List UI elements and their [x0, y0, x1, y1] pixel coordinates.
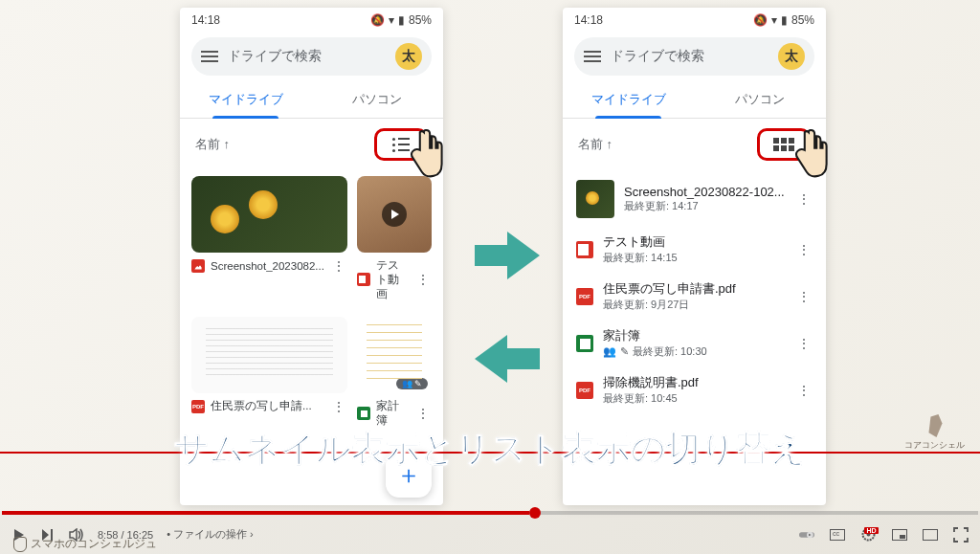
sort-label[interactable]: 名前 ↑: [578, 136, 612, 153]
file-subtitle: 最終更新: 14:15: [603, 251, 786, 265]
drive-tabs: マイドライブ パソコン: [563, 81, 826, 119]
shared-badge: 👥✎: [396, 378, 428, 389]
more-icon[interactable]: ⋮: [330, 399, 347, 414]
view-toggle-grid[interactable]: [757, 128, 811, 161]
file-title: Screenshot_2023082...: [211, 259, 324, 274]
tab-my-drive[interactable]: マイドライブ: [180, 81, 312, 118]
more-icon[interactable]: ⋮: [414, 406, 432, 421]
more-icon[interactable]: ⋮: [795, 242, 813, 257]
search-placeholder: ドライブで検索: [611, 48, 768, 65]
grid-icon: [773, 138, 794, 151]
file-subtitle: 👥✎最終更新: 10:30: [603, 344, 786, 359]
channel-watermark: スマホのコンシェルジュ: [13, 536, 157, 552]
account-avatar[interactable]: 太: [778, 43, 805, 70]
thumbnail-image: [191, 176, 347, 253]
drive-tabs: マイドライブ パソコン: [180, 81, 443, 119]
video-file-icon: [576, 241, 593, 258]
more-icon[interactable]: ⋮: [795, 289, 813, 304]
file-title: 住民票の写し申請...: [211, 399, 324, 413]
grid-card[interactable]: テスト動画 ⋮: [357, 176, 432, 307]
wifi-icon: ▾: [771, 13, 777, 27]
shield-icon: [13, 537, 27, 552]
fullscreen-button[interactable]: [953, 527, 969, 543]
status-time: 14:18: [191, 13, 220, 27]
list-row[interactable]: PDF 住民票の写し申請書.pdf 最終更新: 9月27日 ⋮: [576, 273, 813, 320]
battery-percent: 85%: [409, 13, 432, 27]
thumbnail-spreadsheet: 👥✎: [357, 317, 432, 393]
account-avatar[interactable]: 太: [395, 43, 422, 70]
grid-card[interactable]: PDF 住民票の写し申請... ⋮: [191, 317, 347, 433]
status-bar: 14:18 🔕 ▾ ▮ 85%: [563, 8, 826, 32]
list-row[interactable]: Screenshot_20230822-102... 最終更新: 14:17 ⋮: [576, 172, 813, 226]
list-row[interactable]: テスト動画 最終更新: 14:15 ⋮: [576, 226, 813, 273]
search-placeholder: ドライブで検索: [228, 48, 386, 65]
miniplayer-button[interactable]: [892, 527, 907, 543]
theater-button[interactable]: [923, 527, 938, 543]
search-bar[interactable]: ドライブで検索 太: [574, 37, 814, 76]
slide-caption: サムネイル表示とリスト表示の切り替え: [0, 426, 980, 473]
more-icon[interactable]: ⋮: [795, 191, 813, 207]
play-icon: [382, 202, 407, 227]
thumbnail-video: [357, 176, 432, 253]
file-title: 住民票の写し申請書.pdf: [603, 280, 786, 298]
bell-slash-icon: 🔕: [370, 13, 385, 27]
file-grid: Screenshot_2023082... ⋮ テスト動画 ⋮ PDF 住民票の…: [180, 170, 443, 439]
settings-button[interactable]: HD: [860, 526, 877, 543]
file-subtitle: 最終更新: 9月27日: [603, 298, 786, 312]
spreadsheet-file-icon: [357, 407, 370, 420]
more-icon[interactable]: ⋮: [795, 336, 813, 351]
file-title: テスト動画: [376, 258, 409, 301]
tab-computer[interactable]: パソコン: [312, 81, 444, 118]
status-bar: 14:18 🔕 ▾ ▮ 85%: [180, 8, 443, 32]
progress-handle[interactable]: [529, 507, 541, 519]
file-list: Screenshot_20230822-102... 最終更新: 14:17 ⋮…: [563, 170, 826, 415]
file-subtitle: 最終更新: 14:17: [624, 199, 786, 213]
thumbnail-document: [191, 317, 347, 393]
view-toggle-list[interactable]: [374, 128, 428, 161]
sort-label[interactable]: 名前 ↑: [195, 136, 230, 153]
battery-icon: ▮: [398, 13, 405, 27]
list-icon: [392, 138, 410, 152]
file-subtitle: 最終更新: 10:45: [603, 391, 786, 406]
spreadsheet-file-icon: [576, 335, 593, 352]
pdf-file-icon: PDF: [576, 382, 593, 399]
progress-fill: [2, 511, 529, 515]
captions-button[interactable]: cc: [830, 527, 845, 543]
thumbnail-image: [576, 180, 614, 218]
progress-bar[interactable]: [2, 511, 978, 515]
status-time: 14:18: [574, 13, 603, 27]
image-file-icon: [191, 259, 205, 273]
file-title: 家計簿: [603, 327, 786, 344]
wifi-icon: ▾: [389, 13, 394, 27]
tab-computer[interactable]: パソコン: [695, 81, 827, 118]
battery-icon: ▮: [781, 13, 788, 27]
bell-slash-icon: 🔕: [753, 13, 768, 27]
more-icon[interactable]: ⋮: [330, 258, 347, 274]
video-file-icon: [357, 273, 370, 286]
menu-icon[interactable]: [584, 51, 601, 62]
file-title: 家計簿: [376, 399, 409, 428]
file-title: 掃除機説明書.pdf: [603, 374, 786, 391]
list-row[interactable]: PDF 掃除機説明書.pdf 最終更新: 10:45 ⋮: [576, 366, 813, 413]
menu-icon[interactable]: [201, 51, 218, 62]
search-bar[interactable]: ドライブで検索 太: [191, 37, 432, 76]
chapter-title[interactable]: • ファイルの操作 ›: [167, 527, 254, 542]
more-icon[interactable]: ⋮: [414, 272, 432, 287]
autoplay-toggle[interactable]: [799, 527, 814, 543]
pdf-file-icon: PDF: [191, 400, 205, 413]
pdf-file-icon: PDF: [576, 288, 593, 305]
arrow-left-icon: [473, 331, 542, 387]
file-title: テスト動画: [603, 233, 786, 251]
hd-badge: HD: [864, 527, 878, 534]
grid-card[interactable]: 👥✎ 家計簿 ⋮: [357, 317, 432, 433]
file-title: Screenshot_20230822-102...: [624, 185, 786, 199]
grid-card[interactable]: Screenshot_2023082... ⋮: [191, 176, 347, 307]
arrow-right-icon: [473, 228, 542, 283]
tab-my-drive[interactable]: マイドライブ: [563, 81, 695, 118]
more-icon[interactable]: ⋮: [795, 383, 813, 398]
battery-percent: 85%: [791, 13, 814, 27]
list-row[interactable]: 家計簿 👥✎最終更新: 10:30 ⋮: [576, 320, 813, 366]
